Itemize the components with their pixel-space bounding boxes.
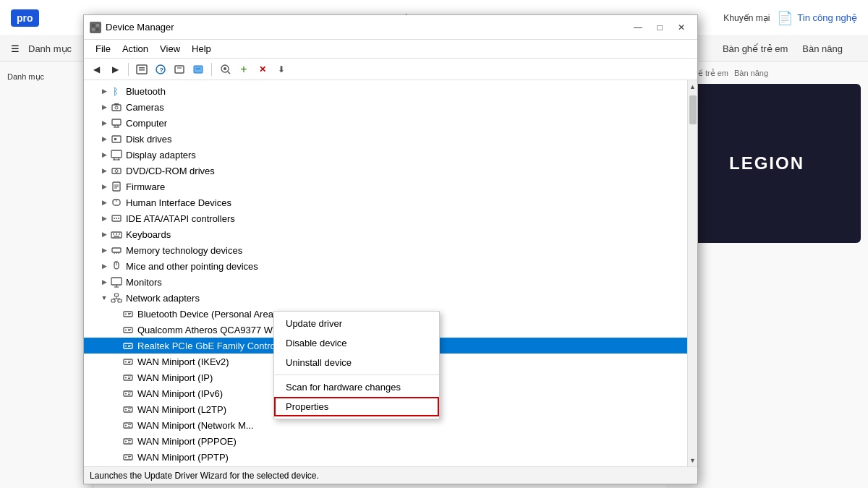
tree-item[interactable]: ▶Keyboards: [84, 226, 687, 242]
svg-rect-70: [128, 330, 130, 331]
tree-expand-icon[interactable]: ▶: [98, 133, 110, 145]
tree-item[interactable]: WAN Miniport (PPPOE): [84, 433, 687, 449]
tree-item[interactable]: ▶ᛒBluetooth: [84, 83, 687, 99]
svg-rect-56: [111, 299, 115, 302]
tree-item[interactable]: ▶Human Interface Devices: [84, 194, 687, 210]
bluetooth-icon: ᛒ: [110, 85, 123, 98]
tree-item-label: Keyboards: [126, 229, 171, 240]
maximize-button[interactable]: □: [650, 20, 670, 35]
toolbar-btn2[interactable]: ?: [153, 61, 169, 77]
tree-expand-icon[interactable]: ▶: [98, 228, 110, 240]
svg-rect-26: [111, 150, 122, 158]
svg-rect-79: [124, 375, 132, 380]
menu-file[interactable]: File: [90, 42, 116, 56]
tree-item[interactable]: WAN Miniport (PPTP): [84, 449, 687, 465]
svg-rect-87: [124, 407, 132, 412]
menu-help[interactable]: Help: [186, 42, 217, 56]
tree-item[interactable]: ▶Firmware: [84, 179, 687, 194]
svg-rect-2: [92, 28, 95, 31]
tree-item-label: Mice and other pointing devices: [126, 261, 258, 272]
svg-point-40: [116, 218, 117, 219]
tree-expand-icon[interactable]: ▶: [98, 213, 110, 224]
svg-point-31: [115, 170, 118, 173]
menu-view[interactable]: View: [154, 42, 186, 56]
status-bar: Launches the Update Driver Wizard for th…: [84, 466, 697, 484]
svg-rect-73: [128, 345, 131, 346]
context-menu-item-properties[interactable]: Properties: [274, 397, 439, 416]
bg-product-bannang: Bàn nâng: [734, 69, 768, 78]
context-menu-item-uninstall-device[interactable]: Uninstall device: [274, 353, 439, 372]
device-manager-icon: [90, 22, 101, 33]
svg-text:ᛒ: ᛒ: [113, 86, 119, 97]
bg-sidebar-item: Danh mục: [4, 69, 90, 85]
toolbar-sep2: [211, 63, 212, 76]
scroll-thumb[interactable]: [689, 95, 697, 124]
tree-item[interactable]: ▶Disk drives: [84, 131, 687, 147]
tree-expand-icon[interactable]: ▶: [98, 181, 110, 192]
svg-rect-86: [128, 394, 130, 395]
menu-action[interactable]: Action: [116, 42, 154, 56]
scroll-up[interactable]: ▲: [688, 80, 698, 93]
tree-expand-icon[interactable]: ▶: [98, 197, 110, 208]
svg-rect-81: [128, 377, 131, 377]
ide-icon: [110, 212, 123, 225]
tree-item[interactable]: ▼Network adapters: [84, 290, 687, 306]
svg-rect-94: [128, 426, 130, 427]
scroll-down[interactable]: ▼: [688, 454, 698, 466]
tree-item-label: Display adapters: [126, 150, 196, 160]
tree-item[interactable]: ▶Display adapters: [84, 147, 687, 163]
tree-expand-icon[interactable]: ▶: [98, 260, 110, 272]
toolbar-forward[interactable]: ▶: [107, 61, 123, 77]
context-menu-item-update-driver[interactable]: Update driver: [274, 314, 439, 333]
context-menu-item-disable-device[interactable]: Disable device: [274, 333, 439, 353]
svg-rect-75: [124, 359, 132, 364]
title-bar-buttons: — □ ✕: [628, 20, 692, 35]
tree-item-label: WAN Miniport (IKEv2): [137, 356, 229, 367]
tree-item[interactable]: ▶IDE ATA/ATAPI controllers: [84, 210, 687, 226]
svg-rect-85: [128, 393, 131, 393]
svg-rect-83: [124, 391, 132, 396]
tree-expand-icon[interactable]: ▶: [98, 244, 110, 256]
toolbar-add[interactable]: +: [236, 61, 252, 77]
svg-text:?: ?: [160, 67, 164, 74]
tree-item[interactable]: ▶DVD/CD-ROM drives: [84, 163, 687, 179]
toolbar-remove[interactable]: ✕: [255, 61, 271, 77]
svg-point-64: [125, 314, 127, 315]
toolbar-btn4[interactable]: [190, 61, 206, 77]
tree-expand-icon[interactable]: ▶: [98, 101, 110, 113]
svg-point-14: [224, 67, 226, 70]
tree-item-label: WAN Miniport (PPPOE): [137, 436, 237, 447]
tree-expand-icon[interactable]: ▶: [98, 149, 110, 160]
svg-rect-57: [118, 299, 122, 302]
tree-expand-icon[interactable]: ▶: [98, 276, 110, 288]
tree-item[interactable]: ▶Memory technology devices: [84, 242, 687, 258]
svg-rect-78: [128, 362, 130, 363]
svg-point-72: [125, 346, 127, 347]
toolbar-btn3[interactable]: [171, 61, 187, 77]
tree-item-label: WAN Miniport (IPv6): [137, 388, 223, 399]
toolbar-back[interactable]: ◀: [88, 61, 104, 77]
tree-item[interactable]: ▶Computer: [84, 115, 687, 131]
net-device-icon: [122, 339, 135, 352]
tree-item[interactable]: ▶Monitors: [84, 274, 687, 290]
tree-item[interactable]: WAN Miniport (Network M...: [84, 417, 687, 433]
memory-icon: [110, 244, 123, 257]
net-device-icon: [122, 323, 135, 336]
toolbar-scan[interactable]: [217, 61, 233, 77]
tree-expand-icon[interactable]: ▼: [98, 292, 110, 304]
net-device-icon: [122, 419, 135, 432]
context-menu-item-scan-for-hardware-changes[interactable]: Scan for hardware changes: [274, 377, 439, 397]
tree-item[interactable]: ▶Cameras: [84, 99, 687, 115]
scrollbar[interactable]: ▲ ▼: [687, 80, 697, 466]
tree-item[interactable]: WAN Miniport (SSTP): [84, 465, 687, 466]
tree-item-label: Disk drives: [126, 134, 172, 145]
toolbar-btn1[interactable]: [134, 61, 150, 77]
tree-expand-icon[interactable]: ▶: [98, 165, 110, 176]
tree-item[interactable]: ▶Mice and other pointing devices: [84, 258, 687, 274]
close-button[interactable]: ✕: [671, 20, 692, 35]
toolbar-update[interactable]: ⬇: [273, 61, 289, 77]
tree-expand-icon[interactable]: ▶: [98, 85, 110, 97]
minimize-button[interactable]: —: [628, 20, 648, 35]
tree-item-label: Network adapters: [126, 293, 200, 304]
tree-expand-icon[interactable]: ▶: [98, 117, 110, 129]
